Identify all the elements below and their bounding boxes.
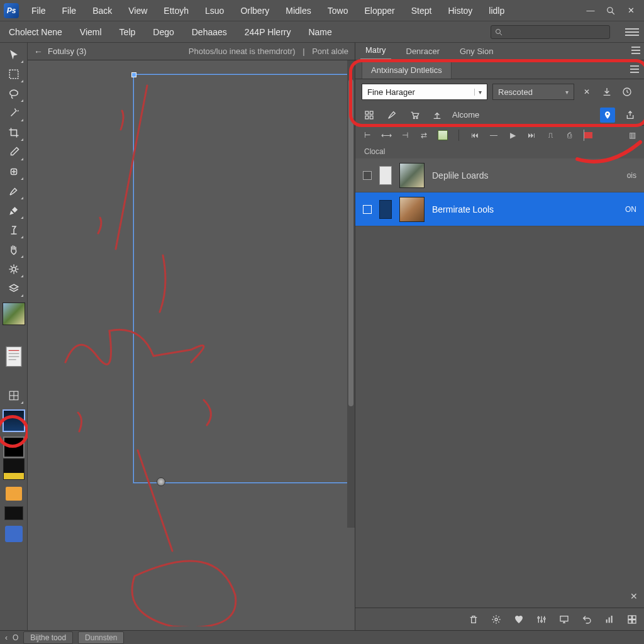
- menu-item[interactable]: File: [24, 2, 53, 19]
- grid-icon[interactable]: [626, 614, 638, 625]
- pencil-tool[interactable]: [3, 201, 25, 220]
- gear-icon[interactable]: [491, 614, 502, 625]
- thumbnail-1[interactable]: [3, 303, 25, 325]
- panel-subtab-row: Antxinsaly Dntletics: [355, 60, 644, 79]
- blue-block-icon[interactable]: [5, 526, 23, 542]
- mode-combo[interactable]: Rescoted ▾: [492, 84, 574, 100]
- menu-item[interactable]: File: [55, 2, 84, 19]
- panel-tab[interactable]: Denracer: [401, 43, 445, 60]
- status-back-icon[interactable]: ‹: [5, 633, 8, 642]
- close-picker-button[interactable]: ✕: [579, 84, 594, 99]
- heart-icon[interactable]: [513, 614, 525, 625]
- panel-menu-icon[interactable]: [625, 25, 639, 39]
- list-item[interactable]: Deplile Loards ois: [355, 158, 644, 192]
- canvas[interactable]: [28, 60, 355, 630]
- close-button[interactable]: ✕: [621, 0, 640, 21]
- option-item[interactable]: Telp: [116, 25, 140, 40]
- search-button[interactable]: [601, 0, 620, 21]
- grid-tool[interactable]: [3, 386, 25, 405]
- list-item[interactable]: Bermirate Lools ON: [355, 192, 644, 226]
- minimize-button[interactable]: —: [581, 0, 600, 21]
- wand-tool[interactable]: [3, 104, 25, 123]
- checkbox[interactable]: [363, 171, 372, 180]
- option-item[interactable]: Name: [304, 25, 335, 40]
- menu-item[interactable]: Back: [85, 2, 119, 19]
- menu-item[interactable]: Lsuo: [197, 2, 231, 19]
- menu-item[interactable]: Histoy: [440, 2, 480, 19]
- monitor-icon[interactable]: [4, 506, 23, 520]
- undo-icon[interactable]: [581, 614, 592, 625]
- upload-button[interactable]: [430, 108, 445, 123]
- swap-icon[interactable]: ⇄: [418, 130, 430, 141]
- cube-icon[interactable]: [437, 130, 448, 141]
- trash-icon[interactable]: [468, 614, 479, 625]
- doc-icon-tool[interactable]: [3, 347, 25, 366]
- align-left-icon[interactable]: ⊢: [362, 130, 373, 141]
- menu-item[interactable]: Ettoyh: [156, 2, 196, 19]
- marquee-tool[interactable]: [3, 65, 25, 84]
- grid-view-button[interactable]: [362, 108, 377, 123]
- hand-tool[interactable]: [3, 240, 25, 259]
- option-item[interactable]: Cholect Nene: [5, 25, 66, 40]
- chart-icon[interactable]: ▥: [626, 130, 638, 141]
- option-item[interactable]: Vieml: [76, 25, 106, 40]
- lasso-tool[interactable]: [3, 84, 25, 103]
- brush-tool[interactable]: [3, 182, 25, 201]
- panel-tab[interactable]: Gny Sion: [455, 43, 498, 60]
- download-button[interactable]: [599, 84, 614, 99]
- combo-value: Rescoted: [498, 87, 533, 97]
- sliders-icon[interactable]: [536, 614, 547, 625]
- crop-tool[interactable]: [3, 123, 25, 142]
- flag-icon[interactable]: [582, 130, 594, 141]
- option-item[interactable]: Dego: [149, 25, 177, 40]
- heal-tool[interactable]: [3, 162, 25, 181]
- option-item[interactable]: Dehaaes: [188, 25, 231, 40]
- bars-icon[interactable]: [604, 614, 615, 625]
- back-icon[interactable]: ←: [34, 47, 43, 57]
- layers-tool[interactable]: [3, 279, 25, 298]
- menu-item[interactable]: lidlp: [481, 2, 512, 19]
- skip-back-icon[interactable]: ⏮: [469, 130, 480, 141]
- menu-item[interactable]: View: [121, 2, 155, 19]
- menu-item[interactable]: Towo: [320, 2, 356, 19]
- brush-button[interactable]: [384, 108, 399, 123]
- checkbox[interactable]: [363, 205, 372, 214]
- option-item[interactable]: 244P Hlerry: [241, 25, 295, 40]
- status-pill[interactable]: Bijthe tood: [23, 631, 73, 644]
- pin-button[interactable]: [600, 108, 615, 123]
- skip-forward-icon[interactable]: ⏭: [526, 130, 537, 141]
- foreground-swatch[interactable]: [3, 436, 25, 458]
- anchor-icon[interactable]: ⎍: [545, 130, 556, 141]
- menu-item[interactable]: Midles: [278, 2, 318, 19]
- vertical-scrollbar[interactable]: [347, 60, 355, 528]
- search-input[interactable]: [491, 25, 610, 39]
- panel-close-icon[interactable]: ✕: [630, 591, 638, 601]
- folder-icon[interactable]: [6, 487, 22, 501]
- align-icon[interactable]: ⊣: [399, 130, 411, 141]
- gear-tool[interactable]: [3, 260, 25, 279]
- eyedropper-tool[interactable]: [3, 143, 25, 162]
- scrollbar-thumb[interactable]: [348, 79, 353, 406]
- clone-tool[interactable]: [3, 221, 25, 240]
- panel-subtab[interactable]: Antxinsaly Dntletics: [362, 61, 452, 79]
- export-button[interactable]: [623, 108, 638, 123]
- panel-tab[interactable]: Matry: [360, 42, 391, 60]
- status-o[interactable]: O: [13, 633, 18, 642]
- cart-button[interactable]: [407, 108, 422, 123]
- minus-icon[interactable]: —: [488, 130, 499, 141]
- move-tool[interactable]: [3, 45, 25, 64]
- save-icon[interactable]: ⎙: [564, 130, 575, 141]
- menu-item[interactable]: Elopper: [357, 2, 402, 19]
- monitor-icon[interactable]: [558, 614, 570, 625]
- status-pill[interactable]: Dunnsten: [78, 631, 124, 644]
- info-button[interactable]: [619, 84, 635, 99]
- thumbnail-active[interactable]: [3, 409, 25, 432]
- background-swatch[interactable]: [3, 458, 25, 480]
- dash-icon[interactable]: ⟷: [380, 130, 392, 141]
- panel-menu-icon[interactable]: [630, 65, 639, 73]
- menu-item[interactable]: Orlbery: [233, 2, 277, 19]
- preset-combo[interactable]: Fine Harager ▾: [362, 84, 487, 100]
- panel-menu-icon[interactable]: [631, 47, 640, 54]
- play-icon[interactable]: ▶: [507, 130, 518, 141]
- menu-item[interactable]: Stept: [404, 2, 440, 19]
